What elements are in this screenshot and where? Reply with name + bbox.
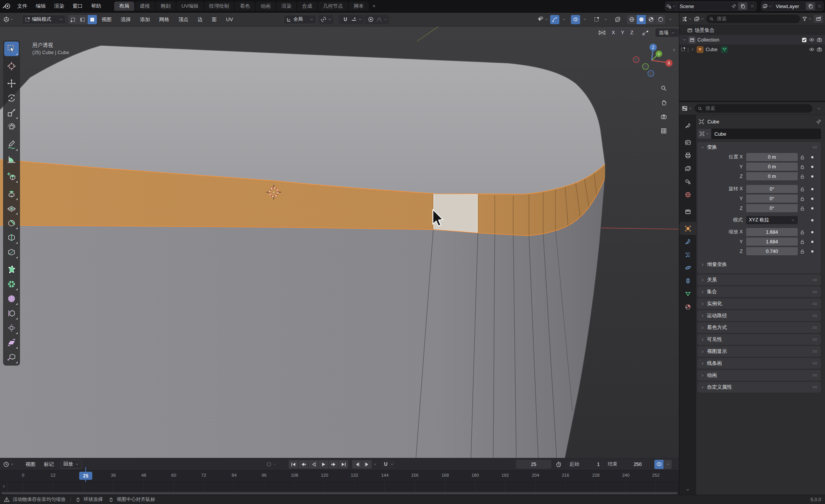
snap-to-icon[interactable] <box>351 17 357 22</box>
hide-eye-toggle[interactable] <box>809 47 815 52</box>
orthographic-toggle-icon[interactable] <box>658 125 669 136</box>
add-workspace-button[interactable]: + <box>369 2 379 11</box>
menu-select[interactable]: 选择 <box>120 16 131 23</box>
gizmo-neg-y-axis[interactable] <box>642 63 649 70</box>
panel-drag-handle-icon[interactable] <box>812 289 818 295</box>
lock-icon[interactable] <box>798 249 807 254</box>
tab-sculpting[interactable]: 雕刻 <box>156 2 176 11</box>
tab-particle-properties[interactable] <box>679 248 696 261</box>
menu-vertex[interactable]: 顶点 <box>178 16 189 23</box>
stopwatch-icon[interactable] <box>554 460 564 469</box>
animate-dot[interactable] <box>807 198 818 200</box>
panel-drag-handle-icon[interactable] <box>812 277 818 283</box>
tab-collection-properties[interactable] <box>679 205 696 218</box>
rotation-z-field[interactable]: 0° <box>746 204 798 212</box>
outliner-row-cube[interactable]: | Cube <box>679 45 825 54</box>
tab-object-data-properties[interactable] <box>679 287 696 300</box>
properties-search[interactable] <box>695 104 812 113</box>
animate-dot[interactable] <box>807 188 818 190</box>
tab-rail-overflow-chevron[interactable] <box>679 485 696 495</box>
section-relations[interactable]: 关系 <box>697 274 821 285</box>
show-overlays-toggle[interactable] <box>571 15 580 24</box>
menu-render[interactable]: 渲染 <box>50 0 68 12</box>
panel-drag-handle-icon[interactable] <box>812 336 818 343</box>
tab-output-properties[interactable] <box>679 149 696 162</box>
menu-window[interactable]: 窗口 <box>68 0 87 12</box>
panel-drag-handle-icon[interactable] <box>812 313 818 319</box>
timeline-track-area[interactable] <box>0 482 679 492</box>
new-scene-button[interactable] <box>738 2 747 10</box>
menu-edit[interactable]: 编辑 <box>32 0 50 12</box>
tab-uv-editing[interactable]: UV编辑 <box>176 2 203 11</box>
menu-uv[interactable]: UV <box>225 17 234 22</box>
timeline-menu-marker[interactable]: 标记 <box>43 460 55 469</box>
lock-icon[interactable] <box>798 239 807 245</box>
sidebar-collapse-chevron[interactable] <box>670 47 677 53</box>
animate-dot[interactable] <box>807 241 818 243</box>
animate-dot[interactable] <box>807 207 818 210</box>
frame-start-field[interactable]: 起始 1 <box>566 460 604 469</box>
mesh-edit-dropdown-chevron[interactable] <box>602 17 609 22</box>
mode-selector[interactable]: 编辑模式 <box>22 15 66 24</box>
lock-icon[interactable] <box>798 196 807 201</box>
timeline-snap-toggle[interactable] <box>383 461 389 467</box>
tool-shear[interactable] <box>4 335 19 350</box>
outliner-row-collection[interactable]: Collection <box>679 35 825 45</box>
zoom-icon[interactable] <box>658 83 669 93</box>
rendered-shading-button[interactable] <box>656 15 665 24</box>
wireframe-shading-button[interactable] <box>627 15 636 24</box>
section-custom-properties[interactable]: 自定义属性 <box>697 382 821 393</box>
tab-modeling[interactable]: 建模 <box>135 2 155 11</box>
object-name-field[interactable]: Cube <box>711 129 821 139</box>
panel-drag-handle-icon[interactable] <box>812 348 818 354</box>
lock-icon[interactable] <box>798 155 807 160</box>
remove-view-layer-icon[interactable] <box>816 4 823 8</box>
tool-cursor[interactable] <box>4 59 19 73</box>
xray-toggle[interactable] <box>613 15 622 24</box>
mirror-x-toggle[interactable]: X <box>609 28 618 37</box>
new-view-layer-button[interactable] <box>806 2 815 10</box>
mirror-z-toggle[interactable]: Z <box>627 28 636 37</box>
outliner-editor-type-button[interactable] <box>682 16 692 22</box>
camera-view-icon[interactable] <box>658 111 669 122</box>
tool-measure[interactable] <box>4 152 19 166</box>
outliner-row-scene-collection[interactable]: 场景集合 <box>679 25 825 35</box>
section-visibility[interactable]: 可见性 <box>697 334 821 345</box>
section-shading[interactable]: 着色方式 <box>697 322 821 333</box>
tool-smooth[interactable] <box>4 291 19 306</box>
3d-scene[interactable]: Z Y X <box>0 27 679 458</box>
previous-keyframe-button[interactable] <box>299 460 308 469</box>
properties-options-chevron[interactable] <box>815 106 823 111</box>
section-line-art[interactable]: 线条画 <box>697 358 821 369</box>
show-gizmo-visibility-dropdown[interactable] <box>537 16 549 23</box>
outliner-filter-button[interactable] <box>802 16 812 22</box>
tab-shading[interactable]: 着色 <box>235 2 255 11</box>
proportional-edit-toggle[interactable] <box>366 15 375 24</box>
vertex-select-mode-button[interactable] <box>68 15 78 24</box>
tool-move[interactable] <box>4 76 19 91</box>
rotation-y-field[interactable]: 0° <box>746 195 798 203</box>
outliner-search-input[interactable] <box>716 16 797 22</box>
tool-loop-cut[interactable] <box>4 230 19 245</box>
timeline-horizontal-scrollbar[interactable] <box>2 492 677 494</box>
properties-editor-type-button[interactable] <box>682 105 692 111</box>
section-instancing[interactable]: 实例化 <box>697 298 821 309</box>
expand-chevron-icon[interactable] <box>682 38 687 42</box>
scale-y-field[interactable]: 1.684 <box>746 238 798 246</box>
gizmo-neg-z-axis[interactable] <box>648 70 654 77</box>
timeline-editor-type-button[interactable] <box>3 460 14 469</box>
view-layer-name[interactable]: ViewLayer <box>773 3 806 9</box>
mirror-y-toggle[interactable]: Y <box>618 28 627 37</box>
section-animation[interactable]: 动画 <box>697 370 821 381</box>
object-id-icon-button[interactable] <box>697 129 711 139</box>
tool-rotate[interactable] <box>4 91 19 105</box>
location-x-field[interactable]: 0 m <box>746 153 798 161</box>
panel-drag-handle-icon[interactable] <box>812 324 818 331</box>
tab-render-properties[interactable] <box>679 136 696 149</box>
tool-extrude-region[interactable] <box>4 186 19 201</box>
current-frame-field[interactable]: 25 <box>516 460 551 469</box>
timeline-snap-chevron[interactable] <box>390 462 394 466</box>
tab-tool-properties[interactable] <box>679 119 696 132</box>
gizmo-neg-x-axis[interactable] <box>633 57 639 63</box>
edge-select-mode-button[interactable] <box>78 15 87 24</box>
